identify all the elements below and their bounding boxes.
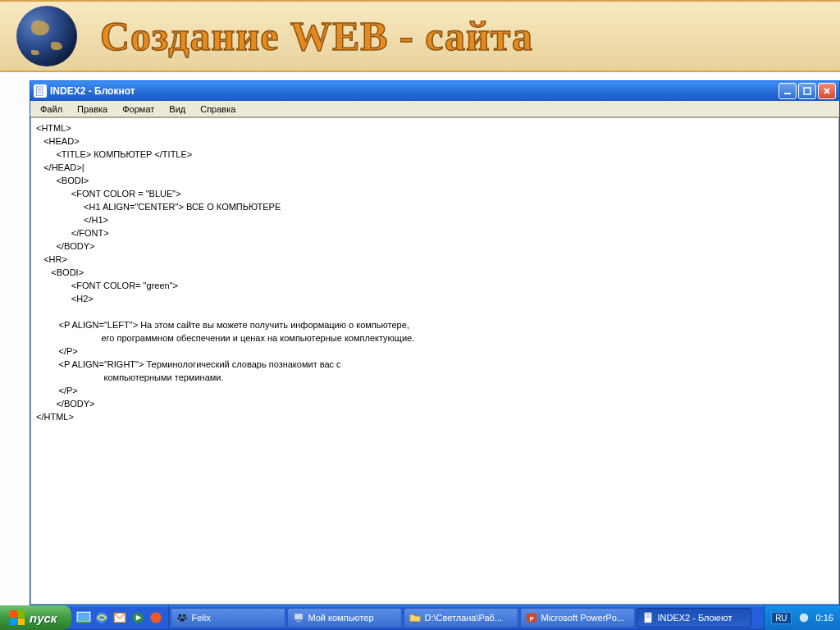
language-indicator[interactable]: RU: [771, 612, 791, 624]
svg-rect-5: [804, 88, 810, 94]
presentation-banner: Создание WEB - сайта: [0, 0, 840, 72]
task-label: Microsoft PowerPo...: [541, 613, 623, 623]
globe-icon: [16, 6, 77, 66]
svg-point-12: [151, 612, 162, 623]
minimize-button[interactable]: [778, 83, 797, 99]
task-item-explorer[interactable]: D:\Светлана\Раб...: [404, 608, 518, 628]
task-items: Felix Мой компьютер D:\Светлана\Раб... P…: [169, 605, 764, 630]
computer-icon: [293, 612, 304, 623]
svg-rect-18: [294, 614, 304, 620]
menu-file[interactable]: Файл: [34, 103, 69, 116]
svg-point-25: [799, 614, 808, 623]
banner-title: Создание WEB - сайта: [100, 12, 533, 60]
titlebar[interactable]: INDEX2 - Блокнот: [30, 81, 839, 101]
start-button[interactable]: пуск: [0, 605, 71, 630]
tray-icon[interactable]: [798, 612, 810, 623]
app-icon[interactable]: [148, 610, 163, 625]
notepad-icon: [642, 612, 654, 623]
menu-bar: Файл Правка Формат Вид Справка: [30, 101, 839, 117]
start-label: пуск: [30, 611, 57, 625]
task-item-felix[interactable]: Felix: [171, 608, 285, 628]
close-button[interactable]: [818, 83, 836, 99]
clock: 0:16: [816, 613, 833, 623]
svg-rect-7: [78, 622, 91, 623]
windows-logo-icon: [10, 610, 25, 625]
window-controls: [778, 83, 836, 99]
menu-help[interactable]: Справка: [194, 103, 242, 116]
outlook-icon[interactable]: [112, 610, 127, 625]
notepad-window: INDEX2 - Блокнот Файл Правка Формат Вид …: [30, 80, 840, 605]
svg-point-15: [178, 618, 180, 620]
editor-area[interactable]: <HTML> <HEAD> <TITLE> КОМПЬЮТЕР </TITLE>…: [30, 117, 839, 605]
task-label: D:\Светлана\Раб...: [424, 613, 502, 623]
svg-point-17: [180, 618, 185, 621]
ie-icon[interactable]: [94, 610, 109, 625]
menu-edit[interactable]: Правка: [71, 103, 114, 116]
svg-rect-6: [78, 612, 91, 621]
quick-launch: [71, 605, 169, 630]
system-tray: RU 0:16: [764, 605, 840, 630]
svg-point-13: [179, 614, 182, 618]
desktop-area: INDEX2 - Блокнот Файл Правка Формат Вид …: [0, 72, 840, 630]
svg-rect-0: [37, 87, 43, 96]
svg-text:P: P: [530, 615, 534, 623]
window-title: INDEX2 - Блокнот: [50, 85, 778, 97]
svg-rect-22: [645, 613, 652, 623]
svg-point-14: [183, 614, 186, 618]
media-player-icon[interactable]: [130, 610, 145, 625]
paw-icon: [176, 612, 188, 623]
svg-rect-4: [784, 93, 791, 94]
show-desktop-icon[interactable]: [76, 610, 91, 625]
task-label: Мой компьютер: [308, 613, 373, 623]
notepad-icon: [34, 84, 47, 98]
svg-point-16: [185, 618, 188, 620]
task-label: Felix: [191, 613, 210, 623]
maximize-button[interactable]: [798, 83, 816, 99]
task-item-notepad[interactable]: INDEX2 - Блокнот: [637, 608, 751, 628]
taskbar: пуск Felix Мой компьютер D:\Светлана\Раб…: [0, 605, 840, 630]
task-label: INDEX2 - Блокнот: [657, 613, 732, 623]
menu-format[interactable]: Формат: [116, 103, 161, 116]
task-item-powerpoint[interactable]: P Microsoft PowerPo...: [520, 608, 635, 628]
folder-icon: [409, 612, 421, 623]
task-item-my-computer[interactable]: Мой компьютер: [287, 608, 402, 628]
svg-rect-19: [297, 621, 301, 623]
menu-view[interactable]: Вид: [162, 103, 192, 116]
powerpoint-icon: P: [526, 612, 537, 623]
